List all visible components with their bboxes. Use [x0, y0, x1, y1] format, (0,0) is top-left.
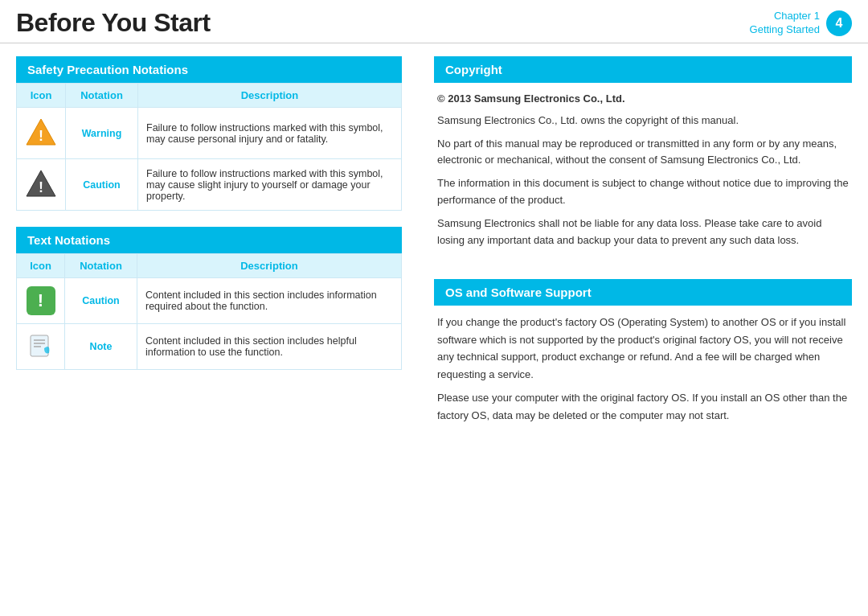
svg-text:!: !	[39, 128, 43, 144]
text-col-description: Description	[137, 254, 402, 278]
text-col-notation: Notation	[65, 254, 137, 278]
safety-icon-warning: !	[17, 108, 66, 159]
copyright-para-3: The information in this document is subj…	[437, 175, 849, 209]
chapter-line1: Chapter 1	[750, 10, 820, 23]
text-icon-caution: !	[17, 278, 65, 324]
main-content: Safety Precaution Notations Icon Notatio…	[0, 43, 868, 607]
safety-table: Icon Notation Description ! Warning Fail…	[16, 83, 402, 211]
text-desc-caution: Content included in this section include…	[137, 278, 402, 324]
safety-notation-warning: Warning	[66, 108, 138, 159]
copyright-para-4: Samsung Electronics shall not be liable …	[437, 216, 849, 249]
header-right: Chapter 1 Getting Started 4	[750, 10, 852, 37]
svg-text:!: !	[39, 179, 43, 195]
copyright-header: Copyright	[434, 56, 852, 83]
left-column: Safety Precaution Notations Icon Notatio…	[16, 56, 418, 594]
safety-icon-caution: !	[17, 159, 66, 211]
os-section: OS and Software Support If you change th…	[434, 279, 852, 438]
text-table: Icon Notation Description ! Caution Cont…	[16, 253, 402, 370]
text-section-header: Text Notations	[16, 227, 402, 253]
safety-notation-caution: Caution	[66, 159, 138, 211]
safety-section-header: Safety Precaution Notations	[16, 56, 402, 83]
copyright-para-2: No part of this manual may be reproduced…	[437, 136, 849, 170]
safety-desc-caution: Failure to follow instructions marked wi…	[138, 159, 402, 211]
note-paper-icon	[27, 332, 55, 361]
text-notation-caution: Caution	[65, 278, 137, 324]
safety-col-icon: Icon	[17, 84, 66, 108]
copyright-section: Copyright © 2013 Samsung Electronics Co.…	[434, 56, 852, 263]
text-col-icon: Icon	[17, 254, 65, 278]
svg-rect-4	[31, 335, 48, 356]
chapter-line2: Getting Started	[750, 23, 820, 37]
os-para-1: If you change the product's factory OS (…	[437, 314, 849, 383]
safety-col-description: Description	[138, 84, 402, 108]
text-desc-note: Content included in this section include…	[137, 324, 402, 370]
os-para-2: Please use your computer with the origin…	[437, 389, 849, 424]
right-column: Copyright © 2013 Samsung Electronics Co.…	[418, 56, 852, 594]
table-row: Note Content included in this section in…	[17, 324, 402, 370]
text-notation-note: Note	[65, 324, 137, 370]
os-header: OS and Software Support	[434, 279, 852, 306]
page-title: Before You Start	[16, 8, 211, 38]
page-header: Before You Start Chapter 1 Getting Start…	[0, 0, 868, 43]
safety-desc-warning: Failure to follow instructions marked wi…	[138, 108, 402, 159]
caution-triangle-icon: !	[25, 167, 57, 199]
page-number-badge: 4	[826, 10, 852, 36]
safety-col-notation: Notation	[66, 84, 138, 108]
copyright-para-1: Samsung Electronics Co., Ltd. owns the c…	[437, 113, 849, 129]
text-icon-note	[17, 324, 65, 370]
green-caution-icon: !	[27, 286, 55, 315]
table-row: ! Warning Failure to follow instructions…	[17, 108, 402, 159]
copyright-bold: © 2013 Samsung Electronics Co., Ltd.	[437, 91, 849, 108]
warning-triangle-icon: !	[25, 116, 57, 148]
table-row: ! Caution Content included in this secti…	[17, 278, 402, 324]
table-row: ! Caution Failure to follow instructions…	[17, 159, 402, 211]
chapter-info: Chapter 1 Getting Started	[750, 10, 820, 37]
